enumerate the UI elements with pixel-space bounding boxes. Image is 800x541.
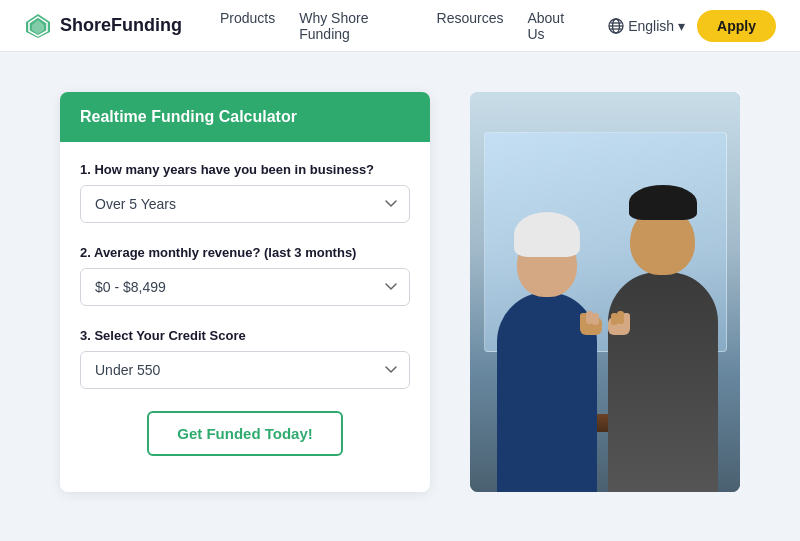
svg-rect-11	[592, 313, 599, 325]
language-label: English	[628, 18, 674, 34]
apply-button[interactable]: Apply	[697, 10, 776, 42]
fist-bump	[575, 305, 635, 352]
calc-body: 1. How many years have you been in busin…	[60, 142, 430, 480]
credit-select[interactable]: Under 550 550-599 600-649 650-699 700+	[80, 351, 410, 389]
woman-head	[517, 232, 577, 297]
nav-links: Products Why Shore Funding Resources Abo…	[220, 10, 580, 42]
scene-background	[470, 92, 740, 492]
form-group-years: 1. How many years have you been in busin…	[80, 162, 410, 223]
svg-rect-15	[611, 313, 618, 325]
nav-link-about[interactable]: About Us	[527, 10, 580, 42]
globe-icon	[608, 18, 624, 34]
woman-hair	[514, 212, 580, 257]
calc-header-title: Realtime Funding Calculator	[80, 108, 297, 125]
nav-link-products[interactable]: Products	[220, 10, 275, 42]
nav-right: English ▾ Apply	[608, 10, 776, 42]
logo-icon	[24, 12, 52, 40]
chevron-down-icon: ▾	[678, 18, 685, 34]
revenue-select[interactable]: $0 - $8,499 $8,500 - $16,999 $17,000 - $…	[80, 268, 410, 306]
main-content: Realtime Funding Calculator 1. How many …	[0, 52, 800, 532]
nav-link-resources[interactable]: Resources	[437, 10, 504, 42]
revenue-label: 2. Average monthly revenue? (last 3 mont…	[80, 245, 410, 260]
get-funded-button[interactable]: Get Funded Today!	[147, 411, 343, 456]
svg-rect-14	[617, 311, 624, 324]
man-head	[630, 207, 695, 275]
navigation: ShoreFunding Products Why Shore Funding …	[0, 0, 800, 52]
credit-label: 3. Select Your Credit Score	[80, 328, 410, 343]
svg-rect-10	[586, 311, 593, 324]
form-group-credit: 3. Select Your Credit Score Under 550 55…	[80, 328, 410, 389]
logo-text: ShoreFunding	[60, 15, 182, 36]
nav-link-why[interactable]: Why Shore Funding	[299, 10, 412, 42]
calc-header: Realtime Funding Calculator	[60, 92, 430, 142]
hero-image	[470, 92, 740, 492]
years-label: 1. How many years have you been in busin…	[80, 162, 410, 177]
man-hair	[629, 185, 697, 220]
logo[interactable]: ShoreFunding	[24, 12, 182, 40]
language-selector[interactable]: English ▾	[608, 18, 685, 34]
years-select[interactable]: Less than 1 Year 1-2 Years 2-3 Years 3-5…	[80, 185, 410, 223]
calculator-card: Realtime Funding Calculator 1. How many …	[60, 92, 430, 492]
form-group-revenue: 2. Average monthly revenue? (last 3 mont…	[80, 245, 410, 306]
